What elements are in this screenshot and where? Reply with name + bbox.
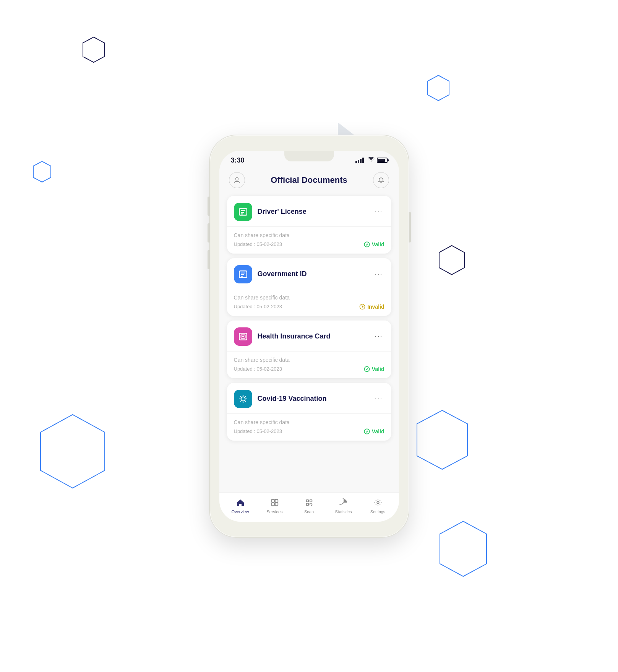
card-header-government-id: Government ID ··· (227, 258, 391, 289)
nav-item-overview[interactable]: Overview (227, 497, 254, 514)
svg-rect-33 (306, 503, 308, 505)
svg-point-8 (235, 177, 238, 180)
svg-marker-0 (83, 37, 104, 62)
svg-rect-29 (271, 503, 274, 505)
svg-marker-5 (417, 410, 467, 469)
status-icons (355, 157, 388, 164)
statistics-icon (338, 497, 349, 508)
settings-label: Settings (370, 509, 386, 514)
phone-outer: 3:30 (210, 135, 409, 537)
hex-mid-left (32, 161, 52, 184)
covid-more-btn[interactable]: ··· (373, 393, 384, 404)
health-insurance-more-btn[interactable]: ··· (373, 331, 384, 342)
svg-rect-28 (275, 499, 277, 502)
phone-notch (284, 151, 334, 161)
covid-status: Valid (364, 428, 384, 434)
statistics-label: Statistics (335, 509, 352, 514)
svg-point-19 (362, 308, 363, 308)
covid-footer: Updated : 05-02-2023 Valid (234, 428, 384, 434)
government-id-more-btn[interactable]: ··· (373, 268, 384, 280)
card-header-health-insurance: Health Insurance Card ··· (227, 321, 391, 351)
page-wrapper: 3:30 (0, 0, 618, 672)
government-id-icon (234, 265, 252, 283)
hex-top-right (427, 75, 450, 103)
card-header-covid: Covid-19 Vaccination ··· (227, 383, 391, 414)
drivers-license-title: Driver' License (258, 208, 368, 216)
overview-label: Overview (232, 509, 249, 514)
app-header: Official Documents (219, 166, 399, 192)
svg-point-39 (377, 501, 379, 504)
content-scroll: Driver' License ··· Can share specific d… (219, 192, 399, 492)
covid-share: Can share specific data (234, 419, 384, 425)
hex-mid-right (438, 245, 465, 277)
status-time: 3:30 (231, 156, 245, 164)
nav-item-services[interactable]: Services (261, 497, 288, 514)
drivers-license-date: Updated : 05-02-2023 (234, 241, 282, 247)
svg-marker-4 (439, 246, 464, 275)
bottom-nav: Overview Services (219, 492, 399, 522)
drivers-license-share: Can share specific data (234, 232, 384, 238)
svg-marker-1 (33, 161, 51, 182)
covid-body: Can share specific data Updated : 05-02-… (227, 414, 391, 441)
notification-button[interactable] (373, 172, 389, 188)
hex-top-left (82, 36, 105, 65)
health-insurance-date: Updated : 05-02-2023 (234, 366, 282, 372)
hex-bottom-right (415, 409, 469, 472)
drivers-license-footer: Updated : 05-02-2023 Valid (234, 241, 384, 247)
svg-marker-3 (428, 75, 449, 101)
svg-marker-6 (440, 521, 487, 576)
hex-bottom-right-sm (438, 520, 488, 579)
government-id-body: Can share specific data Updated : 05-02-… (227, 289, 391, 316)
battery-icon (377, 158, 388, 163)
covid-icon (234, 390, 252, 408)
drivers-license-status: Valid (364, 241, 384, 247)
scan-icon (304, 497, 315, 508)
government-id-status: Invalid (359, 304, 384, 310)
health-insurance-status: Valid (364, 366, 384, 372)
services-icon (269, 497, 280, 508)
covid-date: Updated : 05-02-2023 (234, 428, 282, 434)
government-id-footer: Updated : 05-02-2023 Invalid (234, 304, 384, 310)
health-insurance-share: Can share specific data (234, 357, 384, 363)
nav-item-settings[interactable]: Settings (365, 497, 391, 514)
drivers-license-icon (234, 203, 252, 221)
nav-item-scan[interactable]: Scan (296, 497, 323, 514)
signal-icon (355, 158, 364, 163)
card-header-drivers-license: Driver' License ··· (227, 196, 391, 227)
nav-item-statistics[interactable]: Statistics (330, 497, 357, 514)
drivers-license-card[interactable]: Driver' License ··· Can share specific d… (227, 196, 391, 254)
wifi-icon (368, 157, 375, 164)
health-insurance-card[interactable]: Health Insurance Card ··· Can share spec… (227, 321, 391, 378)
phone-screen: 3:30 (219, 151, 399, 522)
drivers-license-body: Can share specific data Updated : 05-02-… (227, 227, 391, 254)
svg-rect-27 (271, 499, 274, 502)
svg-rect-31 (306, 500, 308, 502)
svg-marker-2 (41, 415, 105, 488)
svg-rect-32 (310, 500, 312, 502)
profile-button[interactable] (229, 172, 245, 188)
covid-vaccination-card[interactable]: Covid-19 Vaccination ··· Can share speci… (227, 383, 391, 441)
svg-point-25 (241, 397, 245, 401)
government-id-share: Can share specific data (234, 295, 384, 301)
hex-bottom-left-lg (38, 413, 107, 491)
scan-label: Scan (304, 509, 314, 514)
drivers-license-more-btn[interactable]: ··· (373, 206, 384, 217)
page-title: Official Documents (271, 175, 347, 185)
government-id-card[interactable]: Government ID ··· Can share specific dat… (227, 258, 391, 316)
svg-rect-30 (275, 503, 277, 505)
health-insurance-title: Health Insurance Card (258, 332, 368, 340)
government-id-date: Updated : 05-02-2023 (234, 304, 282, 309)
health-insurance-icon (234, 327, 252, 346)
health-insurance-body: Can share specific data Updated : 05-02-… (227, 351, 391, 378)
overview-icon (235, 497, 246, 508)
services-label: Services (266, 509, 282, 514)
government-id-title: Government ID (258, 270, 368, 278)
settings-icon (373, 497, 383, 508)
covid-title: Covid-19 Vaccination (258, 395, 368, 403)
health-insurance-footer: Updated : 05-02-2023 Valid (234, 366, 384, 372)
